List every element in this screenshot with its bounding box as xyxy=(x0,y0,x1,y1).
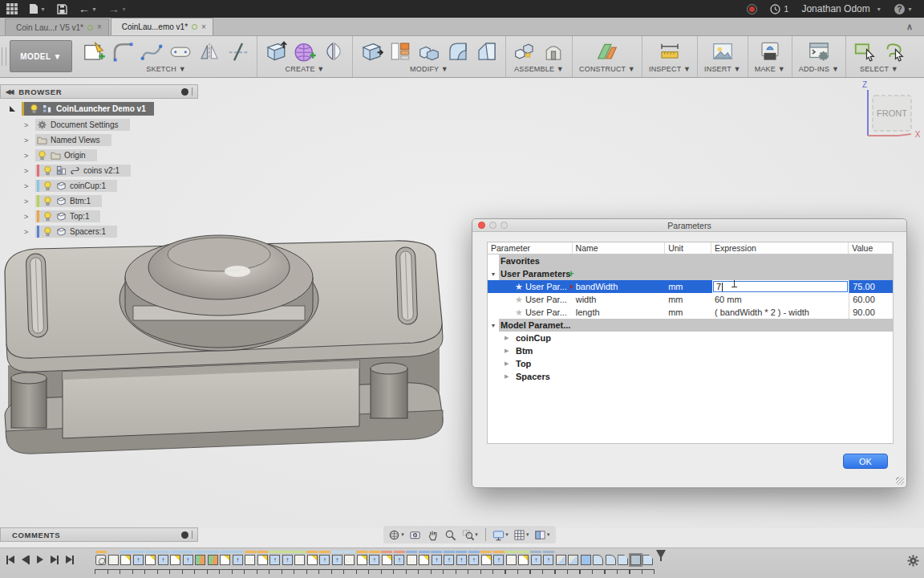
column-header-expression[interactable]: Expression xyxy=(711,242,849,254)
chamfer-icon[interactable] xyxy=(475,39,499,63)
comments-panel-header[interactable]: COMMENTS xyxy=(0,527,198,542)
toolbar-grip[interactable] xyxy=(2,47,6,66)
timeline-feature-body[interactable] xyxy=(406,551,419,565)
parameter-row-width[interactable]: ★User Par...widthmm60 mm60.00 xyxy=(488,293,893,306)
press-pull-icon[interactable] xyxy=(359,39,383,63)
timeline-feature-link[interactable] xyxy=(95,551,107,565)
bulb-icon[interactable] xyxy=(43,211,53,222)
browser-collapse-icon[interactable]: ◀◀ xyxy=(6,88,12,96)
timeline-feature-body[interactable] xyxy=(244,551,257,565)
browser-display-toggle-icon[interactable] xyxy=(181,88,188,96)
timeline-feature-extrude[interactable] xyxy=(456,551,468,565)
expand-arrow-icon[interactable]: > xyxy=(24,197,35,206)
toolbar-group-label[interactable]: INSERT ▼ xyxy=(704,65,741,73)
timeline-feature-extrude[interactable] xyxy=(443,551,456,565)
bulb-icon[interactable] xyxy=(43,196,53,206)
redo-button[interactable]: →▼ xyxy=(108,2,127,15)
insert-image-icon[interactable] xyxy=(711,39,735,63)
browser-item-top-1[interactable]: >Top:1 xyxy=(24,210,201,222)
expand-arrow-icon[interactable]: > xyxy=(24,152,35,160)
combine-icon[interactable] xyxy=(417,39,441,63)
timeline-feature-sketch[interactable] xyxy=(219,551,232,565)
feature-body-icon[interactable] xyxy=(506,555,517,565)
browser-item-coins-v2-1[interactable]: >coins v2:1 xyxy=(24,165,201,177)
form-icon[interactable] xyxy=(293,39,317,63)
timeline-feature-extrude[interactable] xyxy=(157,551,170,565)
grid-settings-button[interactable]: ▼ xyxy=(513,528,530,542)
trim-icon[interactable] xyxy=(226,39,250,63)
as-built-joint-icon[interactable] xyxy=(541,39,565,63)
ok-button[interactable]: OK xyxy=(843,454,888,469)
feature-fillet-icon[interactable] xyxy=(593,555,603,565)
favorite-star-icon[interactable]: ★ xyxy=(515,280,523,293)
timeline-feature-joint[interactable] xyxy=(207,551,220,565)
timeline-feature-fillet[interactable] xyxy=(592,551,605,565)
view-cube[interactable]: FRONT Z X xyxy=(852,78,924,166)
browser-panel-header[interactable]: ◀◀ BROWSER xyxy=(0,84,198,99)
feature-extrude-icon[interactable] xyxy=(543,555,553,565)
bulb-icon[interactable] xyxy=(29,104,39,114)
undo-button[interactable]: ←▼ xyxy=(79,2,97,15)
dialog-title-bar[interactable]: Parameters xyxy=(472,219,906,232)
feature-combine-icon[interactable] xyxy=(568,555,578,565)
step-back-button[interactable] xyxy=(22,555,30,564)
timeline-feature-extrude[interactable] xyxy=(492,551,505,565)
timeline-feature-extrude[interactable] xyxy=(132,551,145,565)
feature-extrude-icon[interactable] xyxy=(456,555,467,565)
feature-body-icon[interactable] xyxy=(407,555,417,565)
expand-arrow-icon[interactable]: > xyxy=(24,228,35,236)
feature-extrude-icon[interactable] xyxy=(432,555,442,565)
feature-extrude-icon[interactable] xyxy=(531,555,541,565)
feature-sketch-icon[interactable] xyxy=(382,555,392,565)
subgroup-expander-icon[interactable]: ▶ xyxy=(505,335,516,341)
feature-extrude-icon[interactable] xyxy=(133,555,144,565)
browser-item-coincup-1[interactable]: >coinCup:1 xyxy=(24,180,201,192)
feature-sketch-icon[interactable] xyxy=(307,555,318,565)
timeline-feature-extrude[interactable] xyxy=(282,551,294,565)
parameter-group-favorites[interactable]: Favorites xyxy=(488,254,893,267)
timeline-feature-sketch[interactable] xyxy=(480,551,493,565)
timeline-feature-fillet[interactable] xyxy=(605,551,618,565)
toolbar-group-label[interactable]: MAKE ▼ xyxy=(755,65,785,73)
model-parameter-group-spacers[interactable]: ▶Spacers xyxy=(488,370,893,383)
timeline-feature-joint[interactable] xyxy=(194,551,207,565)
timeline-feature-sketch[interactable] xyxy=(356,551,369,565)
parameter-expression-cell[interactable]: 7 xyxy=(711,280,849,293)
toolbar-group-label[interactable]: MODIFY ▼ xyxy=(410,65,448,73)
print-3d-icon[interactable] xyxy=(758,39,782,63)
feature-extrude-icon[interactable] xyxy=(493,555,504,565)
timeline-feature-body[interactable] xyxy=(343,551,356,565)
toolbar-group-label[interactable]: ADD-INS ▼ xyxy=(799,65,839,73)
parameter-group-modelparamet[interactable]: ▼Model Paramet... xyxy=(488,319,893,332)
column-header-name[interactable]: Name xyxy=(573,242,666,254)
record-button[interactable] xyxy=(747,4,757,14)
browser-item-origin[interactable]: >Origin xyxy=(24,149,201,161)
group-expander-icon[interactable]: ▼ xyxy=(488,271,499,277)
timeline-feature-chamfer[interactable] xyxy=(642,551,654,565)
expand-arrow-icon[interactable]: > xyxy=(24,167,35,175)
feature-body-icon[interactable] xyxy=(245,555,255,565)
timeline-feature-sketch[interactable] xyxy=(517,551,530,565)
timeline-feature-sketch[interactable] xyxy=(418,551,431,565)
display-settings-button[interactable]: ▼ xyxy=(492,528,509,542)
toolbar-group-label[interactable]: CREATE ▼ xyxy=(286,65,325,73)
feature-extrude-icon[interactable] xyxy=(394,555,404,565)
timeline-feature-extrude[interactable] xyxy=(542,551,555,565)
bulb-icon[interactable] xyxy=(37,150,47,161)
feature-chamfer-selected-icon[interactable] xyxy=(630,555,641,565)
joint-icon[interactable] xyxy=(513,39,537,63)
feature-joint-icon[interactable] xyxy=(195,555,205,565)
feature-combine-active-icon[interactable] xyxy=(581,555,591,565)
workspace-selector[interactable]: MODEL ▼ xyxy=(10,40,72,72)
timeline-feature-sketch[interactable] xyxy=(120,551,132,565)
browser-item-document-settings[interactable]: >Document Settings xyxy=(24,119,201,131)
feature-sketch-icon[interactable] xyxy=(257,555,268,565)
timeline-feature-extrude[interactable] xyxy=(269,551,282,565)
document-tab-1[interactable]: Coin Lau...r V5 v1*× xyxy=(5,18,109,35)
add-parameter-icon[interactable]: + xyxy=(568,268,573,279)
subgroup-expander-icon[interactable]: ▶ xyxy=(505,373,516,380)
window-zoom-button[interactable]: ▼ xyxy=(462,528,479,542)
feature-joint-icon[interactable] xyxy=(208,555,218,565)
timeline-feature-extrude[interactable] xyxy=(331,551,344,565)
create-sketch-icon[interactable] xyxy=(82,39,106,63)
